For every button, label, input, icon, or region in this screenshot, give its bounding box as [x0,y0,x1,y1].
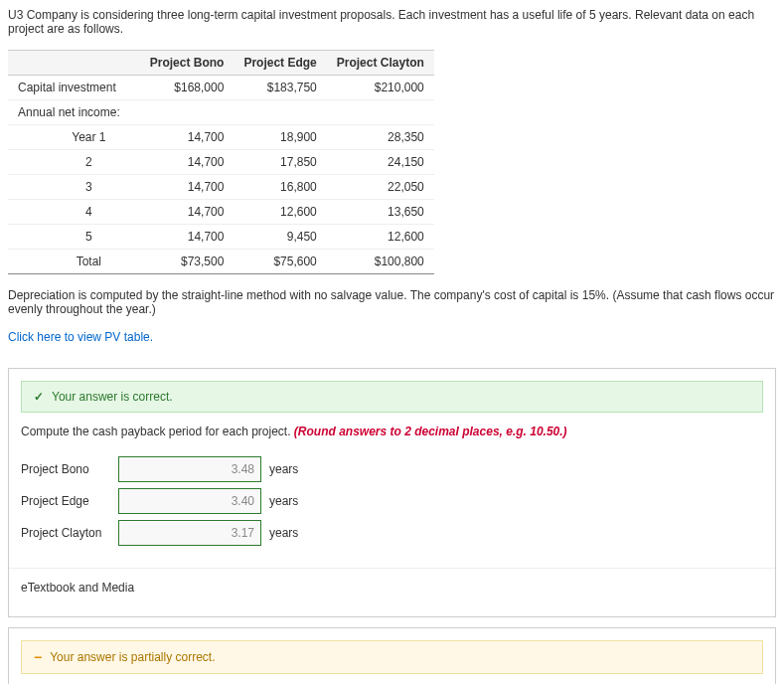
capital-investment-label: Capital investment [8,76,140,100]
feedback-partial-text: Your answer is partially correct. [50,650,215,664]
problem-intro: U3 Company is considering three long-ter… [8,8,776,36]
q1-prompt: Compute the cash payback period for each… [9,425,775,446]
minus-icon: − [34,649,42,665]
check-icon: ✓ [34,390,44,404]
feedback-correct-text: Your answer is correct. [52,390,173,404]
q1-input-clayton[interactable] [118,520,261,546]
pv-table-link[interactable]: Click here to view PV table. [8,330,153,344]
col-clayton: Project Clayton [327,51,434,76]
col-edge: Project Edge [234,51,326,76]
q1-answers: Project Bono years Project Edge years Pr… [9,446,775,556]
q1-label-edge: Project Edge [21,494,110,508]
q1-input-edge[interactable] [118,488,261,514]
feedback-partial: − Your answer is partially correct. [21,640,763,674]
question-2-box: − Your answer is partially correct. Comp… [8,627,776,684]
question-1-box: ✓ Your answer is correct. Compute the ca… [8,368,776,617]
depreciation-note: Depreciation is computed by the straight… [8,288,776,316]
total-label: Total [8,250,140,274]
q1-label-bono: Project Bono [21,462,110,476]
investment-table: Project Bono Project Edge Project Clayto… [8,50,434,274]
q1-input-bono[interactable] [118,456,261,482]
col-bono: Project Bono [140,51,235,76]
q1-label-clayton: Project Clayton [21,526,110,540]
etextbook-link-1[interactable]: eTextbook and Media [9,568,775,606]
annual-net-income-label: Annual net income: [8,100,140,125]
q1-unit: years [269,462,298,476]
feedback-correct: ✓ Your answer is correct. [21,381,763,413]
